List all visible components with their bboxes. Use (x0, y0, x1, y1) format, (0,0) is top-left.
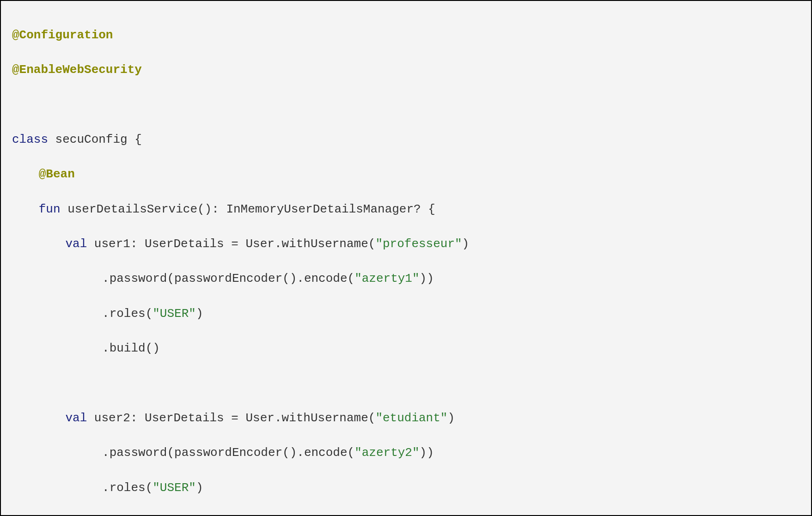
string-user: "USER" (153, 307, 196, 321)
blank-line (12, 96, 800, 114)
code-line: val user2: UserDetails = User.withUserna… (12, 410, 800, 427)
code-line: .build() (12, 514, 800, 516)
code-line: fun userDetailsService(): InMemoryUserDe… (12, 201, 800, 219)
code-block: @Configuration @EnableWebSecurity class … (0, 0, 812, 516)
string-professeur: "professeur" (375, 237, 462, 251)
code-line: val user1: UserDetails = User.withUserna… (12, 236, 800, 253)
keyword-class: class (12, 133, 48, 146)
annotation-bean: @Bean (39, 167, 75, 181)
string-etudiant: "etudiant" (375, 411, 447, 425)
code-line: @EnableWebSecurity (12, 61, 800, 79)
keyword-fun: fun (39, 202, 61, 216)
code-line: class secuConfig { (12, 131, 800, 149)
space (61, 202, 68, 216)
funcname: userDetailsService (67, 202, 197, 216)
user1-decl: user1: UserDetails = User.withUsername( (87, 237, 375, 251)
code-line: .roles("USER") (12, 305, 800, 323)
password-call: .password(passwordEncoder().encode( (102, 272, 354, 285)
paren: ) (447, 411, 455, 425)
code-line: .build() (12, 340, 800, 358)
roles-call: .roles( (102, 307, 153, 321)
string-azerty1: "azerty1" (354, 272, 419, 285)
paren: ) (462, 237, 470, 251)
code-line: @Bean (12, 166, 800, 183)
annotation-enablewebsecurity: @EnableWebSecurity (12, 63, 142, 77)
string-azerty2: "azerty2" (354, 446, 419, 460)
build-call: .build() (102, 341, 160, 355)
code-line: @Configuration (12, 27, 800, 44)
roles-call: .roles( (102, 481, 153, 495)
paren: ) (196, 307, 203, 321)
code-line: .password(passwordEncoder().encode("azer… (12, 270, 800, 288)
string-user: "USER" (153, 481, 196, 495)
user2-decl: user2: UserDetails = User.withUsername( (87, 411, 375, 425)
keyword-val: val (65, 237, 87, 251)
password-call: .password(passwordEncoder().encode( (102, 446, 354, 460)
code-line: .roles("USER") (12, 480, 800, 497)
paren: ) (196, 481, 203, 495)
paren: )) (420, 272, 434, 285)
func-sig-tail: (): InMemoryUserDetailsManager? { (197, 202, 435, 216)
keyword-val: val (65, 411, 87, 425)
paren: )) (420, 446, 434, 460)
code-line: .password(passwordEncoder().encode("azer… (12, 444, 800, 462)
class-decl: secuConfig { (48, 133, 142, 146)
blank-line (12, 375, 800, 392)
annotation-configuration: @Configuration (12, 28, 113, 42)
